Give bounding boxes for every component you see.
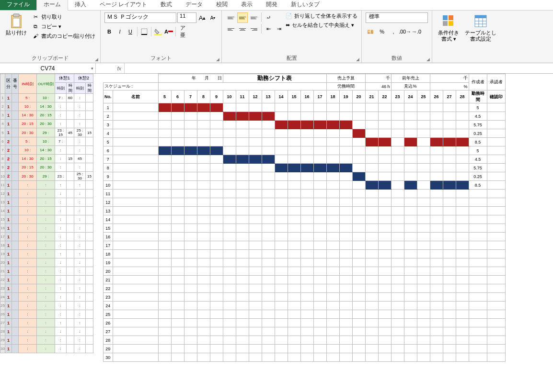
- left-row[interactable]: 3114 : 3020 : 15::: [0, 111, 93, 120]
- left-row[interactable]: 115 :10 :7 :60:: [0, 94, 93, 102]
- left-row[interactable]: 301::::: [0, 345, 93, 353]
- border-button[interactable]: [139, 27, 149, 36]
- shift-row[interactable]: 17: [104, 241, 506, 250]
- tab-開発[interactable]: 開発: [259, 0, 284, 10]
- tab-ホーム[interactable]: ホーム: [36, 0, 68, 11]
- paste-button[interactable]: 貼り付け: [4, 12, 29, 37]
- left-row[interactable]: 271::::: [0, 319, 93, 327]
- percent-button[interactable]: %: [377, 27, 387, 36]
- increase-decimal-button[interactable]: .00→: [400, 27, 410, 36]
- shift-row[interactable]: 26: [104, 319, 506, 327]
- bold-button[interactable]: B: [104, 27, 114, 36]
- launcher-icon[interactable]: ◢: [216, 57, 219, 62]
- launcher-icon[interactable]: ◢: [95, 57, 98, 62]
- currency-button[interactable]: 💴: [366, 27, 375, 36]
- shift-row[interactable]: 19: [104, 258, 506, 267]
- shift-row[interactable]: 21: [104, 276, 506, 284]
- shift-row[interactable]: 11: [104, 190, 506, 198]
- left-row[interactable]: 131::::: [0, 198, 93, 207]
- shift-row[interactable]: 27: [104, 327, 506, 336]
- shift-row[interactable]: 16: [104, 233, 506, 241]
- left-row[interactable]: 111::::: [0, 181, 93, 190]
- tab-ページ レイアウト[interactable]: ページ レイアウト: [93, 0, 154, 10]
- shift-row[interactable]: 12: [104, 198, 506, 207]
- shift-row[interactable]: 20: [104, 267, 506, 276]
- left-row[interactable]: 7210 :14 : 30::: [0, 146, 93, 155]
- left-row[interactable]: 10220 : 3029 :23 :25 : 3015: [0, 172, 93, 181]
- left-row[interactable]: 5120 : 3029 :23 : 154525 : 3015: [0, 128, 93, 137]
- shift-row[interactable]: 24.5: [104, 112, 506, 121]
- align-center-button[interactable]: [237, 24, 248, 34]
- align-left-button[interactable]: [226, 24, 236, 34]
- align-bottom-button[interactable]: [249, 12, 259, 23]
- shift-row[interactable]: 58.5: [104, 138, 506, 146]
- left-row[interactable]: 261::::: [0, 310, 93, 319]
- shift-row[interactable]: 108.5: [104, 181, 506, 190]
- left-row[interactable]: 281::::: [0, 327, 93, 336]
- shift-row[interactable]: 65: [104, 146, 506, 155]
- tab-表示[interactable]: 表示: [234, 0, 259, 10]
- shift-row[interactable]: 22: [104, 284, 506, 293]
- phonetic-button[interactable]: ア亜: [178, 27, 187, 36]
- tab-挿入[interactable]: 挿入: [68, 0, 93, 10]
- shift-row[interactable]: 40.25: [104, 129, 506, 138]
- left-row[interactable]: 241::::: [0, 293, 93, 302]
- underline-button[interactable]: U: [126, 27, 135, 36]
- shift-row[interactable]: 24: [104, 302, 506, 310]
- align-right-button[interactable]: [249, 24, 259, 34]
- tab-数式[interactable]: 数式: [154, 0, 179, 10]
- shift-row[interactable]: 14: [104, 215, 506, 224]
- tab-校閲[interactable]: 校閲: [209, 0, 234, 10]
- left-row[interactable]: 4120 : 1520 : 30::: [0, 120, 93, 128]
- fx-button[interactable]: fx: [96, 63, 125, 73]
- shift-row[interactable]: 35.75: [104, 121, 506, 129]
- font-color-button[interactable]: A: [164, 27, 173, 36]
- merge-center-button[interactable]: ⬌セルを結合して中央揃え ▾: [286, 22, 357, 29]
- shift-row[interactable]: 18: [104, 250, 506, 258]
- format-painter-button[interactable]: 🖌書式のコピー/貼り付け: [31, 32, 96, 40]
- font-name-select[interactable]: ＭＳ Ｐゴシック: [104, 12, 176, 23]
- number-format-select[interactable]: 標準: [366, 12, 428, 23]
- left-row[interactable]: 141::::: [0, 207, 93, 215]
- shift-row[interactable]: 13: [104, 207, 506, 215]
- tab-ファイル[interactable]: ファイル: [0, 0, 36, 10]
- left-row[interactable]: 201::::: [0, 258, 93, 267]
- left-row[interactable]: 2110 :14 : 30::: [0, 102, 93, 111]
- left-row[interactable]: 251::::: [0, 302, 93, 310]
- shift-row[interactable]: 25: [104, 310, 506, 319]
- left-row[interactable]: 151::::: [0, 215, 93, 224]
- left-row[interactable]: 9220 : 1520 : 30::: [0, 163, 93, 172]
- left-row[interactable]: 625 :10 :7 ::: [0, 137, 93, 146]
- shift-row[interactable]: 15: [104, 103, 506, 112]
- left-row[interactable]: 161::::: [0, 224, 93, 233]
- shift-row[interactable]: 28: [104, 336, 506, 345]
- fill-color-button[interactable]: [153, 27, 163, 36]
- comma-button[interactable]: ,: [389, 27, 398, 36]
- shrink-font-button[interactable]: A▾: [208, 13, 218, 22]
- left-row[interactable]: 171::::: [0, 233, 93, 241]
- italic-button[interactable]: I: [115, 27, 125, 36]
- copy-button[interactable]: ⧉コピー ▾: [31, 22, 96, 31]
- formula-input[interactable]: [125, 63, 553, 73]
- worksheet[interactable]: 区分番号IN時刻OUT時刻休憩1休憩2時刻時間時刻時間115 :10 :7 :6…: [0, 74, 553, 392]
- name-box[interactable]: CV74: [0, 63, 96, 73]
- left-row[interactable]: 8214 : 3020 : 15:1545: [0, 155, 93, 163]
- left-row[interactable]: 121::::: [0, 190, 93, 198]
- indent-decrease-button[interactable]: ⇤: [264, 24, 273, 34]
- font-size-select[interactable]: 11: [177, 12, 196, 23]
- tab-データ[interactable]: データ: [179, 0, 209, 10]
- shift-row[interactable]: 29: [104, 345, 506, 353]
- wrap-text-button[interactable]: 📄折り返して全体を表示する: [286, 12, 357, 20]
- tab-新しいタブ[interactable]: 新しいタブ: [284, 0, 326, 10]
- shift-row[interactable]: 85.75: [104, 164, 506, 172]
- indent-increase-button[interactable]: ⇥: [274, 24, 284, 34]
- align-top-button[interactable]: [226, 12, 236, 23]
- left-row[interactable]: 221::::: [0, 276, 93, 284]
- format-table-button[interactable]: テーブルとし 書式設定: [463, 12, 498, 43]
- left-row[interactable]: 191::::: [0, 250, 93, 258]
- align-middle-button[interactable]: [237, 12, 248, 23]
- shift-row[interactable]: 30: [104, 353, 506, 362]
- left-row[interactable]: 291::::: [0, 336, 93, 345]
- left-row[interactable]: 181::::: [0, 241, 93, 250]
- orientation-button[interactable]: ⤾: [264, 12, 273, 22]
